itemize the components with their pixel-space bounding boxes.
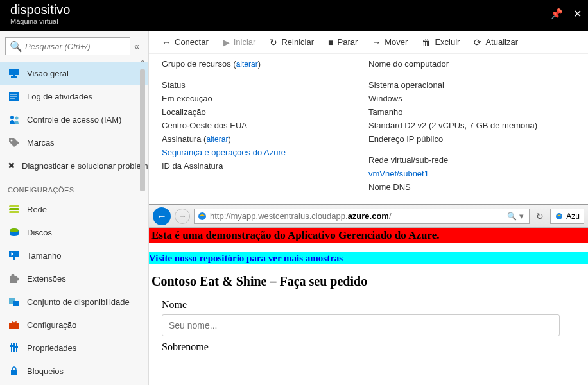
name-input[interactable] [162, 314, 560, 336]
nav-disks[interactable]: Discos [0, 221, 148, 244]
ie-refresh-button[interactable]: ↻ [533, 211, 546, 221]
loc-value: Centro-Oeste dos EUA [162, 121, 247, 130]
close-icon[interactable]: ✕ [573, 8, 582, 19]
nav-label: Conjunto de disponibilidade [27, 297, 130, 307]
collapse-sidebar-icon[interactable]: « [130, 41, 143, 51]
pin-icon[interactable]: 📌 [550, 8, 563, 19]
nav-diagnose[interactable]: ✖ Diagnosticar e solucionar problemas [0, 154, 148, 177]
os-label: Sistema operacional [368, 80, 444, 90]
nav-label: Tamanho [27, 251, 61, 261]
vnet-link[interactable]: vmVnet/subnet1 [368, 169, 429, 178]
svg-rect-12 [9, 211, 19, 213]
trash-icon: 🗑 [422, 37, 431, 47]
nav-extensions[interactable]: Extensões [0, 267, 148, 290]
tag-icon [8, 136, 21, 149]
search-field[interactable] [25, 42, 126, 51]
search-input[interactable]: 🔍 [5, 37, 130, 55]
ie-search-icon[interactable]: 🔍 [507, 212, 517, 221]
nav-iam[interactable]: Controle de acesso (IAM) [0, 108, 148, 131]
svg-rect-16 [13, 257, 15, 260]
scroll-thumb[interactable] [140, 69, 145, 191]
refresh-icon: ⟳ [474, 37, 481, 47]
sub-link[interactable]: Segurança e operações do Azure [162, 148, 286, 157]
svg-rect-17 [10, 276, 17, 283]
nav-activity-log[interactable]: Log de atividades [0, 85, 148, 108]
rg-label: Grupo de recursos [162, 59, 231, 69]
svg-rect-22 [9, 323, 19, 329]
blade-header: dispositivo Máquina virtual 📌 ✕ [0, 0, 588, 31]
ie-forward-button[interactable]: → [175, 209, 190, 224]
ie-url-post: / [389, 211, 392, 221]
nav-size[interactable]: Tamanho [0, 244, 148, 267]
main-content: ↔Conectar ▶Iniciar ↻Reiniciar ■Parar →Mo… [149, 31, 588, 385]
nav-properties[interactable]: Propriedades [0, 336, 148, 359]
nav-locks[interactable]: Bloqueios [0, 359, 148, 382]
size-value: Standard D2 v2 (2 vCPUs, 7 GB de memória… [368, 121, 537, 130]
log-icon [8, 90, 21, 103]
svg-rect-1 [13, 75, 15, 76]
blade-title: dispositivo [10, 3, 578, 17]
blade-subtitle: Máquina virtual [10, 17, 578, 25]
sub-change-link[interactable]: alterar [206, 135, 228, 144]
ie-logo-icon [197, 211, 207, 221]
nav-label: Configuração [27, 320, 76, 330]
ip-label: Endereço IP público [368, 134, 443, 144]
status-label: Status [162, 80, 186, 90]
nav-label: Propriedades [27, 343, 76, 353]
ie-dropdown-icon[interactable]: ▾ [517, 211, 526, 221]
move-button[interactable]: →Mover [372, 37, 408, 47]
refresh-button[interactable]: ⟳Atualizar [474, 37, 518, 47]
nav-label: Marcas [27, 138, 55, 148]
delete-button[interactable]: 🗑Excluir [422, 37, 460, 47]
dns-label: Nome DNS [368, 182, 411, 192]
search-icon: 🔍 [10, 40, 22, 53]
people-icon [8, 113, 21, 126]
wrench-icon: ✖ [8, 159, 15, 172]
svg-rect-30 [11, 370, 17, 375]
nav-label: Controle de acesso (IAM) [27, 115, 121, 124]
ie-tab-title: Azu [566, 212, 580, 221]
nav-label: Log de atividades [27, 92, 92, 101]
rg-change-link[interactable]: alterar [236, 60, 258, 69]
ie-tab-icon [555, 212, 564, 221]
svg-point-7 [10, 116, 14, 119]
toolbox-icon [8, 318, 21, 331]
repo-link[interactable]: Visite nosso repositório para ver mais a… [149, 253, 343, 263]
sidebar: 🔍 « Visão geral Log de atividades Contro… [0, 31, 149, 385]
monitor-icon [8, 67, 21, 80]
nav-configuration[interactable]: Configuração [0, 313, 148, 336]
subid-label: ID da Assinatura [162, 161, 223, 171]
sidebar-scrollbar[interactable]: ⌃ ⌄ [138, 59, 147, 385]
svg-rect-24 [11, 343, 12, 352]
nav-label: Rede [27, 205, 47, 214]
ie-back-button[interactable]: ← [153, 207, 171, 225]
svg-point-9 [11, 140, 13, 142]
start-button[interactable]: ▶Iniciar [223, 37, 256, 47]
svg-rect-21 [13, 301, 19, 306]
nav-label: Diagnosticar e solucionar problemas [22, 161, 148, 171]
nav-overview[interactable]: Visão geral [0, 62, 148, 85]
connect-button[interactable]: ↔Conectar [162, 37, 209, 47]
svg-rect-29 [15, 346, 18, 348]
stop-button[interactable]: ■Parar [328, 37, 358, 47]
nav-tags[interactable]: Marcas [0, 131, 148, 154]
ie-url-bold: azure.com [348, 211, 389, 221]
ie-tab[interactable]: Azu [550, 209, 584, 224]
loc-label: Localização [162, 107, 206, 117]
nav-label: Visão geral [27, 69, 69, 78]
nav-label: Discos [27, 228, 52, 237]
scroll-up-icon[interactable]: ⌃ [138, 59, 147, 68]
nav-label: Bloqueios [27, 366, 64, 376]
size-label: Tamanho [368, 107, 402, 117]
svg-rect-10 [9, 208, 19, 210]
webpage-content: Esta é uma demonstração do Aplicativo Ge… [149, 228, 588, 353]
nav-network[interactable]: Rede [0, 198, 148, 221]
restart-button[interactable]: ↻Reiniciar [270, 37, 314, 47]
ie-address-bar[interactable]: http://myapp.westcentralus.cloudapp.azur… [194, 209, 530, 224]
size-icon [8, 249, 21, 262]
restart-icon: ↻ [270, 37, 277, 47]
properties-icon [8, 341, 21, 354]
nav-availability[interactable]: Conjunto de disponibilidade [0, 290, 148, 313]
availability-icon [8, 295, 21, 308]
stop-icon: ■ [328, 37, 333, 47]
